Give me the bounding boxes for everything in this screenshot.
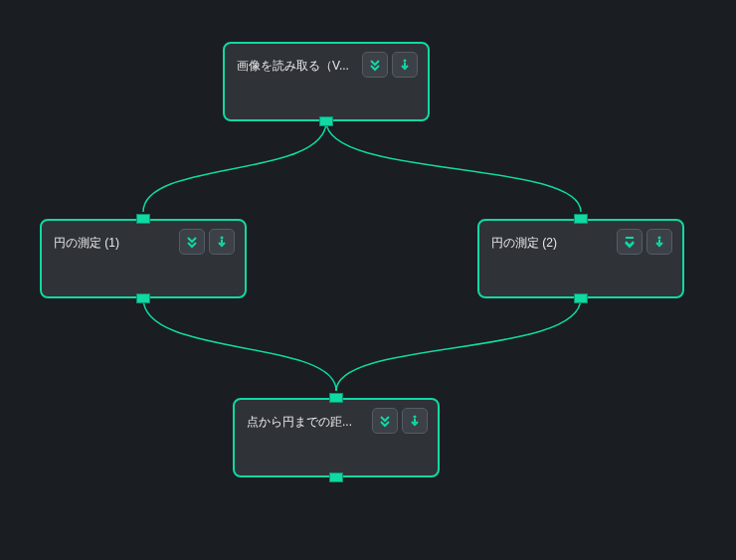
svg-point-4: [414, 416, 417, 419]
input-port[interactable]: [574, 214, 588, 224]
collapse-down-icon: [408, 414, 422, 428]
node-title: 円の測定 (2): [491, 231, 557, 255]
input-port[interactable]: [329, 393, 343, 403]
double-chevron-down-icon: [368, 58, 382, 72]
expand-button[interactable]: [179, 229, 205, 255]
node-circle-measure-2[interactable]: 円の測定 (2): [477, 219, 684, 298]
svg-point-0: [404, 60, 407, 63]
expand-button[interactable]: [372, 408, 398, 434]
edge-read-to-circle1: [143, 121, 326, 212]
node-button-group: [179, 229, 235, 255]
expand-button[interactable]: [617, 229, 643, 255]
output-port[interactable]: [329, 472, 343, 482]
output-port[interactable]: [136, 293, 150, 303]
edge-circle1-to-distance: [143, 298, 336, 391]
edge-circle2-to-distance: [336, 298, 581, 391]
node-button-group: [372, 408, 428, 434]
svg-rect-2: [626, 237, 634, 239]
collapse-button[interactable]: [646, 229, 672, 255]
collapse-down-icon: [652, 235, 666, 249]
edge-read-to-circle2: [326, 121, 581, 212]
output-port[interactable]: [319, 116, 333, 126]
node-read-image[interactable]: 画像を読み取る（V...: [223, 42, 430, 121]
node-canvas[interactable]: 画像を読み取る（V... 円の測定 (1): [0, 0, 736, 560]
collapse-down-icon: [215, 235, 229, 249]
node-point-to-circle-distance[interactable]: 点から円までの距...: [233, 398, 440, 477]
svg-point-1: [221, 237, 224, 240]
node-circle-measure-1[interactable]: 円の測定 (1): [40, 219, 247, 298]
collapse-button[interactable]: [209, 229, 235, 255]
node-title: 円の測定 (1): [54, 231, 119, 255]
node-button-group: [362, 52, 418, 78]
svg-point-3: [658, 237, 661, 240]
node-button-group: [617, 229, 672, 255]
collapse-button[interactable]: [402, 408, 428, 434]
collapse-down-icon: [398, 58, 412, 72]
double-chevron-down-icon: [378, 414, 392, 428]
input-port[interactable]: [136, 214, 150, 224]
collapse-button[interactable]: [392, 52, 418, 78]
double-chevron-down-icon: [623, 235, 637, 249]
expand-button[interactable]: [362, 52, 388, 78]
node-title: 点から円までの距...: [247, 410, 352, 434]
output-port[interactable]: [574, 293, 588, 303]
double-chevron-down-icon: [185, 235, 199, 249]
node-title: 画像を読み取る（V...: [237, 54, 349, 78]
